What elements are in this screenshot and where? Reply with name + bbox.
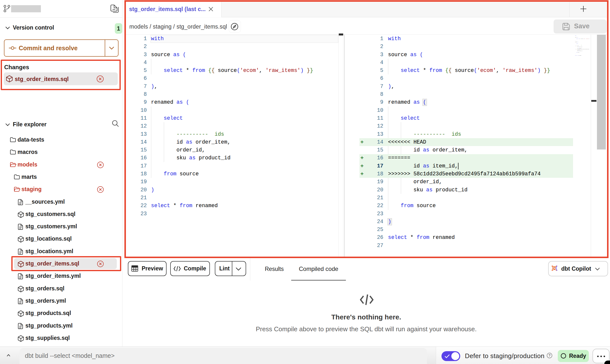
svg-text:?: ? bbox=[548, 353, 551, 357]
